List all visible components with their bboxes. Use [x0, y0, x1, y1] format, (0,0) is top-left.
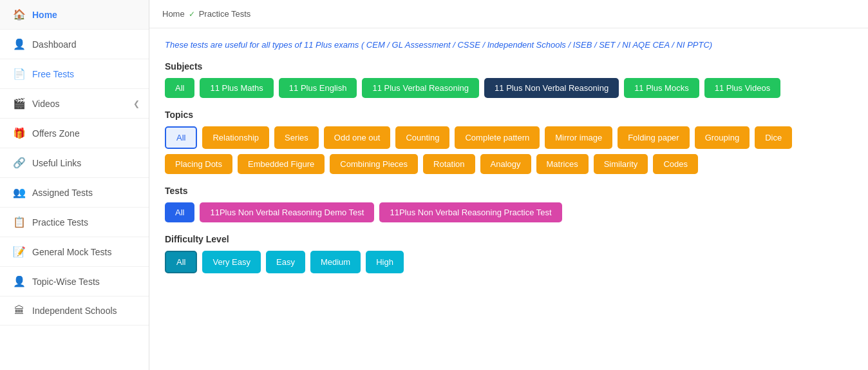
topic-grouping-button[interactable]: Grouping — [695, 126, 750, 149]
subject-all-button[interactable]: All — [165, 78, 194, 98]
topic-placing-dots-button[interactable]: Placing Dots — [165, 154, 232, 174]
difficulty-section: Difficulty Level All Very Easy Easy Medi… — [165, 234, 853, 273]
breadcrumb: Home ✓ Practice Tests — [149, 0, 868, 28]
topic-series-button[interactable]: Series — [274, 126, 319, 149]
mock-icon: 📝 — [13, 246, 26, 258]
tests-section: Tests All 11Plus Non Verbal Reasoning De… — [165, 186, 853, 222]
sidebar: 🏠 Home 👤 Dashboard 📄 Free Tests 🎬 Videos… — [0, 0, 149, 370]
topic-codes-button[interactable]: Codes — [653, 154, 698, 174]
topic-odd-one-out-button[interactable]: Odd one out — [324, 126, 391, 149]
sidebar-item-free-tests[interactable]: 📄 Free Tests — [0, 59, 149, 89]
sidebar-item-label: Useful Links — [32, 158, 81, 168]
links-icon: 🔗 — [13, 157, 26, 169]
videos-icon: 🎬 — [13, 97, 26, 110]
sidebar-item-topic-wise-tests[interactable]: 👤 Topic-Wise Tests — [0, 267, 149, 297]
breadcrumb-check-icon: ✓ — [189, 10, 195, 19]
sidebar-item-label: Assigned Tests — [32, 188, 93, 198]
difficulty-very-easy-button[interactable]: Very Easy — [202, 251, 261, 273]
sidebar-item-offers-zone[interactable]: 🎁 Offers Zone — [0, 119, 149, 148]
difficulty-label: Difficulty Level — [165, 234, 853, 244]
sidebar-item-assigned-tests[interactable]: 👥 Assigned Tests — [0, 178, 149, 208]
topic-icon: 👤 — [13, 275, 26, 287]
home-icon: 🏠 — [13, 8, 26, 21]
tests-practice-button[interactable]: 11Plus Non Verbal Reasoning Practice Tes… — [379, 202, 561, 222]
dashboard-icon: 👤 — [13, 38, 26, 50]
subjects-filter-group: All 11 Plus Maths 11 Plus English 11 Plu… — [165, 78, 853, 98]
sidebar-item-label: Independent Schools — [32, 306, 117, 316]
topic-embedded-figure-button[interactable]: Embedded Figure — [238, 154, 325, 174]
sidebar-item-label: Free Tests — [32, 69, 74, 79]
topic-rotation-button[interactable]: Rotation — [423, 154, 475, 174]
tests-demo-button[interactable]: 11Plus Non Verbal Reasoning Demo Test — [200, 202, 374, 222]
tests-filter-group: All 11Plus Non Verbal Reasoning Demo Tes… — [165, 202, 853, 222]
breadcrumb-home[interactable]: Home — [162, 9, 185, 19]
sidebar-item-label: Offers Zone — [32, 128, 80, 139]
topic-complete-pattern-button[interactable]: Complete pattern — [455, 126, 540, 149]
subject-english-button[interactable]: 11 Plus English — [279, 78, 357, 98]
tests-label: Tests — [165, 186, 853, 196]
sidebar-item-dashboard[interactable]: 👤 Dashboard — [0, 30, 149, 59]
topic-combining-pieces-button[interactable]: Combining Pieces — [330, 154, 418, 174]
assigned-icon: 👥 — [13, 186, 26, 199]
subject-videos-button[interactable]: 11 Plus Videos — [704, 78, 781, 98]
topics-label: Topics — [165, 110, 853, 120]
tests-all-button[interactable]: All — [165, 202, 194, 222]
topic-mirror-image-button[interactable]: Mirror image — [545, 126, 612, 149]
sidebar-item-useful-links[interactable]: 🔗 Useful Links — [0, 148, 149, 178]
subjects-label: Subjects — [165, 61, 853, 72]
topics-filter-group: All Relationship Series Odd one out Coun… — [165, 126, 853, 174]
topic-analogy-button[interactable]: Analogy — [480, 154, 531, 174]
content-area: These tests are useful for all types of … — [149, 28, 868, 297]
offers-icon: 🎁 — [13, 127, 26, 139]
sidebar-item-independent-schools[interactable]: 🏛 Independent Schools — [0, 297, 149, 326]
practice-icon: 📋 — [13, 216, 26, 228]
free-tests-icon: 📄 — [13, 68, 26, 80]
subject-non-verbal-button[interactable]: 11 Plus Non Verbal Reasoning — [484, 78, 619, 98]
sidebar-item-label: Topic-Wise Tests — [32, 277, 100, 287]
sidebar-item-label: General Mock Tests — [32, 247, 111, 257]
sidebar-item-practice-tests[interactable]: 📋 Practice Tests — [0, 208, 149, 237]
sidebar-item-label: Dashboard — [32, 39, 77, 50]
schools-icon: 🏛 — [13, 305, 26, 316]
info-text: These tests are useful for all types of … — [165, 40, 853, 50]
sidebar-item-videos[interactable]: 🎬 Videos ❮ — [0, 89, 149, 119]
sidebar-item-general-mock-tests[interactable]: 📝 General Mock Tests — [0, 237, 149, 267]
sidebar-item-label: Videos — [32, 99, 60, 109]
topic-similarity-button[interactable]: Similarity — [594, 154, 648, 174]
sidebar-item-label: Home — [32, 10, 57, 20]
breadcrumb-current: Practice Tests — [199, 9, 251, 19]
topic-all-button[interactable]: All — [165, 126, 197, 149]
sidebar-item-home[interactable]: 🏠 Home — [0, 0, 149, 30]
topic-folding-paper-button[interactable]: Folding paper — [618, 126, 690, 149]
subject-verbal-button[interactable]: 11 Plus Verbal Reasoning — [362, 78, 479, 98]
difficulty-high-button[interactable]: High — [366, 251, 404, 273]
topic-matrices-button[interactable]: Matrices — [536, 154, 589, 174]
chevron-left-icon: ❮ — [133, 99, 140, 108]
sidebar-item-label: Practice Tests — [32, 217, 88, 228]
difficulty-easy-button[interactable]: Easy — [266, 251, 305, 273]
subject-mocks-button[interactable]: 11 Plus Mocks — [624, 78, 699, 98]
subject-maths-button[interactable]: 11 Plus Maths — [200, 78, 273, 98]
difficulty-medium-button[interactable]: Medium — [310, 251, 361, 273]
difficulty-all-button[interactable]: All — [165, 251, 197, 273]
topic-relationship-button[interactable]: Relationship — [202, 126, 269, 149]
topics-section: Topics All Relationship Series Odd one o… — [165, 110, 853, 174]
topic-counting-button[interactable]: Counting — [395, 126, 449, 149]
difficulty-filter-group: All Very Easy Easy Medium High — [165, 251, 853, 273]
subjects-section: Subjects All 11 Plus Maths 11 Plus Engli… — [165, 61, 853, 98]
main-content: Home ✓ Practice Tests These tests are us… — [149, 0, 868, 370]
topic-dice-button[interactable]: Dice — [755, 126, 792, 149]
